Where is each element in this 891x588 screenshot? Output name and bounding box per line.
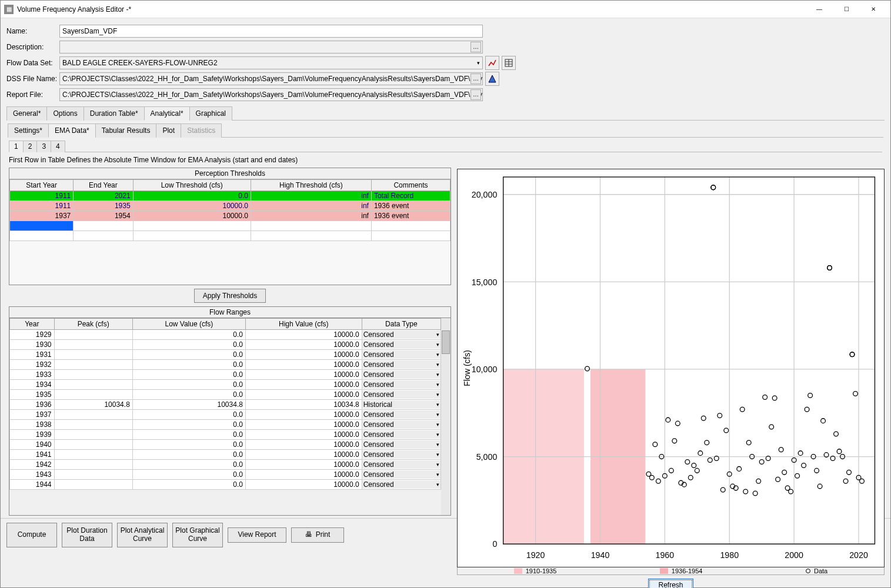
flowranges-cell[interactable]: 0.0 [132, 450, 245, 460]
flowranges-cell[interactable] [54, 390, 132, 400]
flowranges-cell[interactable] [54, 410, 132, 420]
tab-options[interactable]: Options [46, 106, 84, 121]
flowranges-cell[interactable] [54, 440, 132, 450]
flowranges-cell[interactable]: 1931 [10, 350, 55, 360]
table-data-icon[interactable] [502, 56, 516, 70]
flowranges-cell[interactable]: 0.0 [132, 430, 245, 440]
refresh-button[interactable]: Refresh [648, 579, 693, 588]
flowranges-cell[interactable]: 10000.0 [245, 390, 362, 400]
numtab-1[interactable]: 1 [9, 141, 24, 152]
flowranges-cell[interactable]: 1932 [10, 360, 55, 370]
datatype-select[interactable]: Censored▾ [362, 460, 441, 469]
datatype-select[interactable]: Censored▾ [362, 330, 441, 339]
thresholds-cell[interactable] [74, 231, 133, 241]
datatype-select[interactable]: Historical▾ [362, 400, 441, 409]
flowranges-cell[interactable]: 1941 [10, 450, 55, 460]
thresholds-cell[interactable]: 0.0 [133, 191, 251, 201]
flowdata-select[interactable]: BALD EAGLE CREEK-SAYERS-FLOW-UNREG2 ▾ [59, 56, 483, 69]
datatype-select[interactable]: Censored▾ [362, 430, 441, 439]
datatype-select[interactable]: Censored▾ [362, 360, 441, 369]
thresholds-header[interactable]: Start Year [10, 180, 74, 191]
thresholds-cell[interactable] [251, 221, 371, 231]
flowranges-cell[interactable]: 1929 [10, 330, 55, 340]
plot-graphical-curve-button[interactable]: Plot Graphical Curve [172, 523, 223, 547]
flowranges-cell[interactable]: 1944 [10, 480, 55, 490]
flow-ranges-scroll[interactable]: YearPeak (cfs)Low Value (cfs)High Value … [9, 318, 451, 516]
thresholds-cell[interactable] [10, 221, 74, 231]
report-expand-button[interactable]: … [470, 89, 481, 100]
datatype-select[interactable]: Censored▾ [362, 370, 441, 379]
datatype-select[interactable]: Censored▾ [362, 390, 441, 399]
datatype-select[interactable]: Censored▾ [362, 420, 441, 429]
flowranges-cell[interactable]: 0.0 [132, 380, 245, 390]
flowranges-cell[interactable]: 10000.0 [245, 440, 362, 450]
flowranges-cell[interactable]: 0.0 [132, 370, 245, 380]
thresholds-cell[interactable]: 1954 [74, 211, 133, 221]
name-input[interactable] [59, 25, 483, 38]
flowranges-cell[interactable] [54, 330, 132, 340]
thresholds-table[interactable]: Start YearEnd YearLow Threshold (cfs)Hig… [9, 179, 450, 241]
flowranges-cell[interactable] [54, 380, 132, 390]
datatype-select[interactable]: Censored▾ [362, 450, 441, 459]
thresholds-cell[interactable] [371, 221, 450, 231]
dssfile-expand-button[interactable]: … [470, 74, 481, 84]
thresholds-cell[interactable]: 1936 event [371, 201, 450, 211]
thresholds-header[interactable]: High Threshold (cfs) [251, 180, 371, 191]
flowranges-cell[interactable] [54, 420, 132, 430]
subtab-emadata[interactable]: EMA Data* [48, 123, 96, 138]
plot-analytical-cur
-button[interactable]: Plot Analytical Curve [117, 523, 168, 547]
thresholds-cell[interactable]: 1911 [10, 191, 74, 201]
thresholds-cell[interactable] [133, 231, 251, 241]
flowranges-header[interactable]: Low Value (cfs) [132, 319, 245, 330]
flowranges-cell[interactable]: 0.0 [132, 480, 245, 490]
flowranges-header[interactable]: Peak (cfs) [54, 319, 132, 330]
tab-general[interactable]: General* [6, 106, 47, 121]
plot-data-icon[interactable] [485, 56, 499, 70]
subtab-settings[interactable]: Settings* [8, 123, 49, 138]
flowranges-cell[interactable]: 10034.8 [54, 400, 132, 410]
flowranges-cell[interactable]: 10000.0 [245, 340, 362, 350]
flowranges-cell[interactable] [54, 340, 132, 350]
flowranges-cell[interactable]: 0.0 [132, 390, 245, 400]
flowranges-cell[interactable]: 0.0 [132, 470, 245, 480]
flowranges-cell[interactable]: 1939 [10, 430, 55, 440]
thresholds-cell[interactable]: inf [251, 201, 371, 211]
flowranges-cell[interactable]: 10000.0 [245, 480, 362, 490]
flowranges-cell[interactable]: 10000.0 [245, 350, 362, 360]
datatype-select[interactable]: Censored▾ [362, 350, 441, 359]
flowranges-cell[interactable]: 1938 [10, 420, 55, 430]
flowranges-cell[interactable]: 10000.0 [245, 470, 362, 480]
flowranges-cell[interactable]: 1935 [10, 390, 55, 400]
thresholds-cell[interactable]: 10000.0 [133, 211, 251, 221]
flowranges-cell[interactable] [54, 470, 132, 480]
apply-thresholds-button[interactable]: Apply Thresholds [194, 289, 266, 303]
flowranges-cell[interactable]: 1937 [10, 410, 55, 420]
datatype-select[interactable]: Censored▾ [362, 340, 441, 349]
flowranges-cell[interactable]: 1933 [10, 370, 55, 380]
tab-graphical[interactable]: Graphical [189, 106, 232, 121]
numtab-4[interactable]: 4 [51, 141, 65, 152]
flowranges-cell[interactable]: 1930 [10, 340, 55, 350]
flowranges-header[interactable]: High Value (cfs) [245, 319, 362, 330]
compute-button[interactable]: Compute [6, 523, 57, 547]
minimize-button[interactable]: — [806, 1, 833, 18]
flowranges-cell[interactable]: 1943 [10, 470, 55, 480]
subtab-plot[interactable]: Plot [156, 123, 181, 138]
datatype-select[interactable]: Censored▾ [362, 470, 441, 479]
datatype-select[interactable]: Censored▾ [362, 410, 441, 419]
thresholds-cell[interactable]: 1935 [74, 201, 133, 211]
flowranges-cell[interactable]: 10000.0 [245, 410, 362, 420]
flowranges-cell[interactable]: 0.0 [132, 360, 245, 370]
thresholds-cell[interactable] [371, 231, 450, 241]
tab-durationtable[interactable]: Duration Table* [84, 106, 145, 121]
flowranges-cell[interactable]: 10034.8 [132, 400, 245, 410]
thresholds-cell[interactable]: 10000.0 [133, 201, 251, 211]
thresholds-cell[interactable] [251, 231, 371, 241]
thresholds-cell[interactable] [10, 231, 74, 241]
flowranges-header[interactable]: Data Type [362, 319, 441, 330]
flowranges-header[interactable]: Year [10, 319, 55, 330]
flowranges-cell[interactable]: 0.0 [132, 410, 245, 420]
tab-analytical[interactable]: Analytical* [144, 106, 190, 121]
flowranges-cell[interactable]: 0.0 [132, 340, 245, 350]
thresholds-cell[interactable]: 1937 [10, 211, 74, 221]
